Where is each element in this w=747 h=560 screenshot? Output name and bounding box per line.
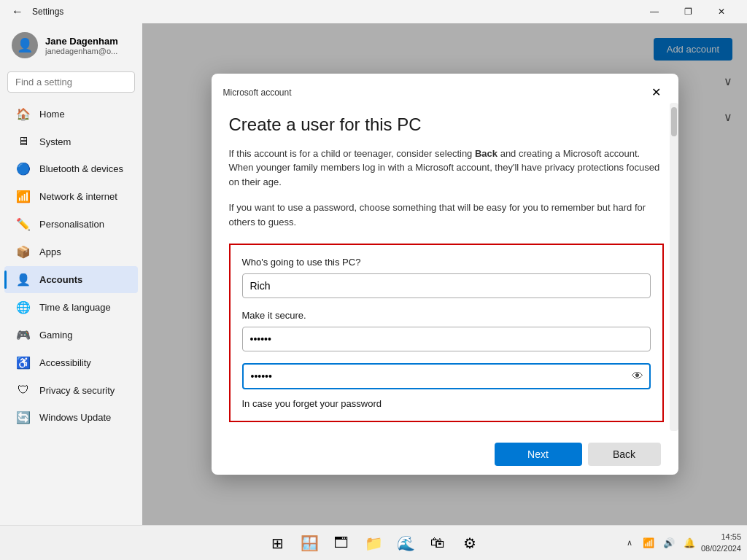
taskbar-settings-icon[interactable]: ⚙: [455, 529, 484, 558]
form-section: Who's going to use this PC? Make it secu…: [229, 244, 664, 422]
nav-label-accounts: Accounts: [39, 274, 82, 285]
dialog-scrollbar[interactable]: [670, 103, 678, 432]
nav-icon-home: 🏠: [16, 107, 31, 121]
taskbar-explorer-icon[interactable]: 📁: [359, 529, 388, 558]
avatar: 👤: [12, 32, 38, 58]
window-title: Settings: [32, 7, 63, 17]
password-wrapper-1: [242, 327, 651, 351]
taskbar-edge-icon[interactable]: 🌊: [391, 529, 420, 558]
nav-label-bluetooth: Bluetooth & devices: [39, 163, 123, 174]
taskbar-taskview-icon[interactable]: 🗔: [327, 529, 356, 558]
user-name: Jane Dagenham: [45, 36, 118, 47]
sidebar: 👤 Jane Dagenham janedagenham@o... 🏠 Home…: [0, 23, 142, 525]
taskbar-clock[interactable]: 14:55 08/02/2024: [701, 532, 741, 554]
sidebar-item-time[interactable]: 🌐 Time & language: [4, 294, 138, 321]
nav-icon-gaming: 🎮: [16, 328, 31, 342]
nav-label-personalisation: Personalisation: [39, 219, 104, 230]
nav-items: 🏠 Home 🖥 System 🔵 Bluetooth & devices 📶 …: [0, 100, 142, 525]
nav-icon-personalisation: ✏️: [16, 217, 31, 231]
sidebar-item-apps[interactable]: 📦 Apps: [4, 238, 138, 265]
nav-icon-apps: 📦: [16, 245, 31, 259]
nav-icon-system: 🖥: [16, 135, 31, 148]
modal-overlay: Microsoft account ✕ Create a user for th…: [142, 23, 747, 525]
nav-label-network: Network & internet: [39, 191, 117, 202]
nav-icon-accessibility: ♿: [16, 356, 31, 370]
dialog-titlebar: Microsoft account ✕: [212, 74, 678, 109]
taskbar-right: ∧ 📶 🔊 🔔 14:55 08/02/2024: [622, 532, 741, 554]
nav-label-gaming: Gaming: [39, 330, 73, 341]
secure-label: Make it secure.: [242, 310, 651, 321]
nav-icon-bluetooth: 🔵: [16, 162, 31, 176]
dialog-footer: Next Back: [212, 434, 678, 475]
search-input[interactable]: [7, 71, 135, 93]
avatar-icon: 👤: [17, 37, 33, 53]
dialog-intro: If this account is for a child or teenag…: [229, 147, 664, 190]
sidebar-item-accessibility[interactable]: ♿ Accessibility: [4, 349, 138, 376]
sidebar-item-home[interactable]: 🏠 Home: [4, 101, 138, 128]
network-icon[interactable]: 📶: [640, 534, 657, 551]
notification-icon[interactable]: 🔔: [681, 534, 698, 551]
nav-label-update: Windows Update: [39, 412, 111, 423]
taskbar-center: ⊞ 🪟 🗔 📁 🌊 🛍 ⚙: [263, 529, 484, 558]
content-area: Add account ∨ ∨ Microsoft account ✕ Crea…: [142, 23, 747, 525]
dialog: Microsoft account ✕ Create a user for th…: [212, 74, 678, 475]
nav-label-apps: Apps: [39, 246, 61, 257]
confirm-password-input[interactable]: [242, 363, 651, 389]
taskbar-widgets-icon[interactable]: 🪟: [295, 529, 324, 558]
user-email: janedagenham@o...: [45, 47, 118, 55]
dialog-heading: Create a user for this PC: [229, 114, 664, 135]
sidebar-item-gaming[interactable]: 🎮 Gaming: [4, 322, 138, 349]
titlebar-left: ← Settings: [9, 2, 63, 21]
nav-label-time: Time & language: [39, 302, 111, 313]
back-button[interactable]: Back: [588, 443, 661, 466]
main-layout: 👤 Jane Dagenham janedagenham@o... 🏠 Home…: [0, 23, 747, 525]
dialog-body: Create a user for this PC If this accoun…: [212, 109, 678, 435]
next-button[interactable]: Next: [495, 443, 582, 466]
password-input[interactable]: [242, 327, 651, 351]
nav-label-accessibility: Accessibility: [39, 357, 91, 368]
taskbar-store-icon[interactable]: 🛍: [423, 529, 452, 558]
sidebar-item-privacy[interactable]: 🛡 Privacy & security: [4, 377, 138, 403]
password-wrapper-2: 👁: [242, 363, 651, 389]
minimize-button[interactable]: —: [638, 0, 671, 23]
maximize-button[interactable]: ❐: [671, 0, 705, 23]
taskbar-date: 08/02/2024: [701, 543, 741, 554]
volume-icon[interactable]: 🔊: [660, 534, 678, 551]
nav-label-home: Home: [39, 109, 65, 120]
titlebar-controls: — ❐ ✕: [638, 0, 738, 23]
user-section[interactable]: 👤 Jane Dagenham janedagenham@o...: [0, 23, 142, 67]
sidebar-item-update[interactable]: 🔄 Windows Update: [4, 404, 138, 431]
nav-icon-network: 📶: [16, 190, 31, 203]
dialog-title-text: Microsoft account: [223, 88, 292, 98]
sidebar-item-system[interactable]: 🖥 System: [4, 128, 138, 155]
sidebar-item-network[interactable]: 📶 Network & internet: [4, 183, 138, 210]
username-input[interactable]: [242, 273, 651, 298]
nav-label-system: System: [39, 136, 71, 147]
forget-label: In case you forget your password: [242, 398, 651, 409]
back-arrow-icon[interactable]: ←: [9, 2, 26, 21]
dialog-hint: If you want to use a password, choose so…: [229, 201, 664, 229]
nav-icon-update: 🔄: [16, 411, 31, 424]
nav-icon-time: 🌐: [16, 300, 31, 314]
nav-icon-privacy: 🛡: [16, 384, 31, 397]
sidebar-item-accounts[interactable]: 👤 Accounts: [4, 266, 138, 293]
dialog-scrollbar-thumb: [671, 107, 677, 136]
eye-icon[interactable]: 👁: [632, 370, 643, 383]
taskbar: ⊞ 🪟 🗔 📁 🌊 🛍 ⚙ ∧ 📶 🔊 🔔 14:55 08/02/2024: [0, 525, 747, 560]
dialog-close-button[interactable]: ✕: [646, 82, 667, 103]
window-titlebar: ← Settings — ❐ ✕: [0, 0, 747, 23]
username-label: Who's going to use this PC?: [242, 257, 651, 268]
nav-icon-accounts: 👤: [16, 273, 31, 287]
nav-label-privacy: Privacy & security: [39, 385, 115, 396]
taskbar-time: 14:55: [701, 532, 741, 542]
system-tray-chevron[interactable]: ∧: [622, 535, 637, 551]
user-info: Jane Dagenham janedagenham@o...: [45, 36, 118, 55]
sidebar-item-bluetooth[interactable]: 🔵 Bluetooth & devices: [4, 155, 138, 182]
close-button[interactable]: ✕: [705, 0, 738, 23]
taskbar-start-icon[interactable]: ⊞: [263, 529, 292, 558]
sidebar-item-personalisation[interactable]: ✏️ Personalisation: [4, 211, 138, 238]
